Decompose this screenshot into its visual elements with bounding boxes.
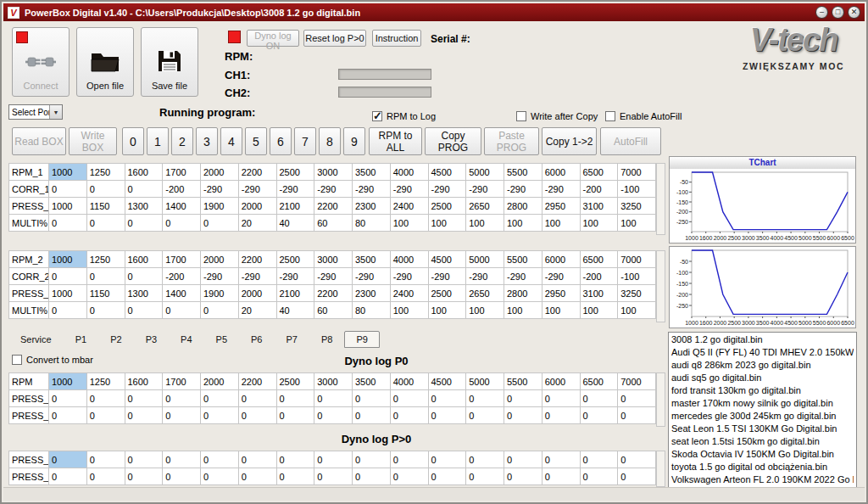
- port-select[interactable]: Select Port ▼: [8, 104, 63, 120]
- write-after-copy-checkbox[interactable]: Write after Copy: [516, 111, 598, 121]
- grid-cell[interactable]: 0: [390, 407, 428, 424]
- grid-cell[interactable]: 80: [353, 302, 391, 319]
- grid-cell[interactable]: 3100: [580, 285, 618, 302]
- file-list-item[interactable]: Volkswagen Arteon FL 2.0 190KM 2022 Go D…: [671, 473, 854, 486]
- grid-cell[interactable]: 1900: [201, 285, 239, 302]
- grid-cell[interactable]: -100: [618, 268, 656, 285]
- grid-cell[interactable]: -290: [466, 268, 504, 285]
- grid-cell[interactable]: 0: [49, 468, 87, 485]
- grid-cell[interactable]: 1150: [86, 198, 125, 215]
- grid-cell[interactable]: 1150: [86, 285, 125, 302]
- file-list-item[interactable]: audi sq5 go digital.bin: [671, 372, 854, 384]
- tab-p5[interactable]: P5: [204, 331, 239, 348]
- grid-cell[interactable]: 20: [238, 215, 276, 232]
- grid-cell[interactable]: 1000: [49, 285, 87, 302]
- grid-cell[interactable]: 0: [125, 390, 163, 407]
- grid-cell[interactable]: 4000: [390, 373, 428, 390]
- grid-cell[interactable]: -290: [428, 181, 466, 198]
- grid-cell[interactable]: 6000: [542, 164, 580, 181]
- grid-cell[interactable]: 1000: [49, 251, 87, 268]
- grid-cell[interactable]: 6500: [580, 164, 618, 181]
- tab-service[interactable]: Service: [8, 331, 64, 348]
- grid-cell[interactable]: 0: [466, 468, 504, 485]
- grid-cell[interactable]: 1400: [163, 285, 201, 302]
- instruction-button[interactable]: Instruction: [372, 30, 421, 47]
- digit-2-button[interactable]: 2: [171, 127, 193, 155]
- grid-cell[interactable]: 2000: [201, 164, 239, 181]
- grid-cell[interactable]: 100: [542, 215, 580, 232]
- grid-cell[interactable]: 0: [466, 451, 504, 468]
- grid-cell[interactable]: 5500: [504, 164, 542, 181]
- grid-cell[interactable]: 0: [428, 451, 466, 468]
- grid-cell[interactable]: 100: [542, 302, 580, 319]
- dyno-log-button[interactable]: Dyno log ON: [247, 30, 299, 47]
- digit-6-button[interactable]: 6: [270, 127, 292, 155]
- grid-cell[interactable]: 0: [314, 468, 353, 485]
- digit-7-button[interactable]: 7: [294, 127, 316, 155]
- digit-9-button[interactable]: 9: [343, 127, 365, 155]
- grid-cell[interactable]: 0: [276, 451, 314, 468]
- tab-p6[interactable]: P6: [239, 331, 274, 348]
- grid-cell[interactable]: 4500: [428, 373, 466, 390]
- grid-cell[interactable]: 4000: [390, 164, 428, 181]
- grid-cell[interactable]: 0: [353, 468, 391, 485]
- grid-cell[interactable]: 2300: [353, 285, 391, 302]
- grid-cell[interactable]: 0: [580, 407, 618, 424]
- grid-cell[interactable]: 0: [125, 181, 163, 198]
- grid-cell[interactable]: 0: [238, 390, 276, 407]
- grid-cell[interactable]: -290: [201, 268, 239, 285]
- grid-cell[interactable]: -290: [504, 268, 542, 285]
- grid-cell[interactable]: 0: [238, 451, 276, 468]
- tab-p4[interactable]: P4: [169, 331, 203, 348]
- grid-cell[interactable]: 2500: [428, 285, 466, 302]
- grid-cell[interactable]: 2000: [201, 373, 239, 390]
- grid-cell[interactable]: 2000: [201, 251, 239, 268]
- grid-cell[interactable]: 100: [580, 302, 618, 319]
- grid-cell[interactable]: 0: [276, 390, 314, 407]
- grid-cell[interactable]: 7000: [618, 164, 656, 181]
- grid-cell[interactable]: 0: [86, 390, 125, 407]
- grid-cell[interactable]: 5500: [504, 373, 542, 390]
- grid-cell[interactable]: 0: [390, 451, 428, 468]
- save-file-button[interactable]: Save file: [141, 27, 198, 97]
- grid-cell[interactable]: 0: [125, 215, 163, 232]
- grid-cell[interactable]: 0: [86, 181, 125, 198]
- grid-cell[interactable]: 0: [86, 268, 125, 285]
- grid-cell[interactable]: 1600: [125, 251, 163, 268]
- grid-cell[interactable]: 0: [353, 451, 391, 468]
- grid-cell[interactable]: 0: [504, 390, 542, 407]
- grid-cell[interactable]: 0: [314, 407, 353, 424]
- grid-cell[interactable]: -290: [238, 268, 276, 285]
- grid-cell[interactable]: 4500: [428, 251, 466, 268]
- file-list-item[interactable]: Audi Q5 II (FY FL) 40 TDI MHEV 2.0 150kW…: [671, 346, 854, 359]
- grid-cell[interactable]: 6500: [580, 373, 618, 390]
- reset-log-button[interactable]: Reset log P>0: [303, 30, 366, 47]
- connect-button[interactable]: Connect: [12, 27, 70, 97]
- copy-1-2-button[interactable]: Copy 1->2: [542, 127, 597, 155]
- grid-cell[interactable]: 3000: [314, 251, 353, 268]
- maximize-button[interactable]: □: [832, 6, 844, 19]
- minimize-button[interactable]: –: [815, 6, 828, 19]
- grid-cell[interactable]: 2500: [276, 164, 314, 181]
- grid-cell[interactable]: 0: [353, 407, 391, 424]
- grid-cell[interactable]: -290: [201, 181, 239, 198]
- grid-cell[interactable]: 1250: [86, 251, 125, 268]
- grid-cell[interactable]: -290: [542, 268, 580, 285]
- grid-cell[interactable]: -290: [428, 268, 466, 285]
- grid-cell[interactable]: -200: [163, 268, 201, 285]
- file-list-item[interactable]: Skoda Octavia IV 150KM Go Digital.bin: [671, 448, 854, 461]
- grid-cell[interactable]: 0: [353, 390, 391, 407]
- grid-cell[interactable]: 2100: [276, 285, 314, 302]
- grid-cell[interactable]: 0: [238, 407, 276, 424]
- open-file-button[interactable]: Open file: [76, 27, 134, 97]
- grid-cell[interactable]: 2300: [353, 198, 391, 215]
- grid-cell[interactable]: 0: [428, 468, 466, 485]
- grid-cell[interactable]: 0: [466, 407, 504, 424]
- grid-cell[interactable]: 1300: [125, 198, 163, 215]
- digit-0-button[interactable]: 0: [122, 127, 144, 155]
- grid-cell[interactable]: 0: [49, 451, 87, 468]
- grid-cell[interactable]: 1250: [86, 164, 125, 181]
- grid-cell[interactable]: 2200: [238, 373, 276, 390]
- grid-cell[interactable]: 1000: [49, 198, 87, 215]
- close-button[interactable]: ✕: [848, 6, 860, 19]
